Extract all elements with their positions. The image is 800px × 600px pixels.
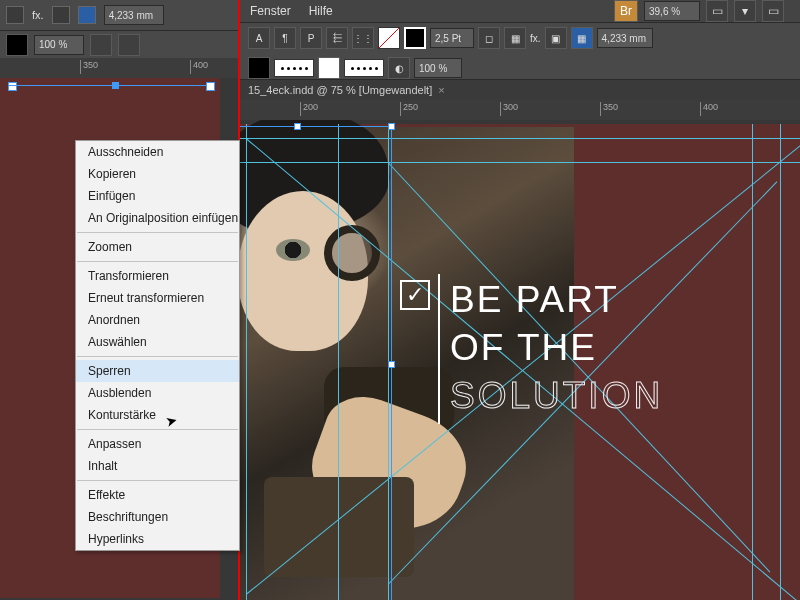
headline-line: BE PART	[450, 276, 663, 324]
context-menu-item[interactable]: Hyperlinks	[76, 528, 239, 550]
ruler-tick: 400	[700, 102, 718, 116]
screen-mode-icon[interactable]: ▭	[762, 0, 784, 22]
context-menu-item[interactable]: Erneut transformieren	[76, 287, 239, 309]
context-menu-item[interactable]: Transformieren	[76, 265, 239, 287]
page[interactable]: ✓ BE PART OF THE SOLUTION	[240, 124, 800, 600]
zoom-field[interactable]: 100 %	[34, 35, 84, 55]
horizontal-ruler[interactable]: 350 400	[0, 58, 238, 78]
context-menu-item[interactable]: Effekte	[76, 484, 239, 506]
menu-separator	[77, 429, 238, 430]
menu-separator	[77, 261, 238, 262]
ruler-tick: 350	[80, 60, 98, 74]
align-icon[interactable]	[52, 6, 70, 24]
fill-swatch[interactable]	[6, 6, 24, 24]
selection-top-edge[interactable]	[8, 84, 215, 91]
ruler-tick: 350	[600, 102, 618, 116]
vertical-bar	[438, 274, 440, 424]
menu-bar: Fenster Hilfe Br 39,6 % ▭ ▾ ▭	[240, 0, 800, 22]
close-tab-icon[interactable]: ×	[438, 84, 444, 96]
measure-field[interactable]: 4,233 mm	[104, 5, 164, 25]
toolbar-row-2: 100 %	[0, 30, 238, 58]
headline-line: OF THE	[450, 324, 663, 372]
para-panel-icon[interactable]: ¶	[274, 27, 296, 49]
ruler-tick: 300	[500, 102, 518, 116]
dotted-style-2[interactable]	[344, 59, 384, 77]
selection-frame[interactable]	[240, 126, 392, 600]
headline-line-outline: SOLUTION	[450, 372, 663, 420]
context-menu-item[interactable]: An Originalposition einfügen	[76, 207, 239, 229]
fill-white[interactable]	[318, 57, 340, 79]
context-menu-item[interactable]: Ausblenden	[76, 382, 239, 404]
tool-icon[interactable]: P	[300, 27, 322, 49]
no-fill-icon[interactable]	[378, 27, 400, 49]
measure-field-2[interactable]: 4,233 mm	[597, 28, 653, 48]
fill-black[interactable]	[248, 57, 270, 79]
context-menu-item[interactable]: Sperren	[76, 360, 239, 382]
fx-label[interactable]: fx.	[32, 9, 44, 21]
fx-label[interactable]: fx.	[530, 33, 541, 44]
ruler-tick: 200	[300, 102, 318, 116]
unknown-tool-2[interactable]	[118, 34, 140, 56]
view-mode-icon[interactable]: ▭	[706, 0, 728, 22]
effects-icon[interactable]: ▦	[504, 27, 526, 49]
canvas[interactable]: ✓ BE PART OF THE SOLUTION	[240, 120, 800, 600]
document-tab[interactable]: 15_4eck.indd @ 75 % [Umgewandelt] ×	[240, 80, 800, 100]
dotted-style[interactable]	[274, 59, 314, 77]
horizontal-ruler[interactable]: 150200250300350400	[240, 100, 800, 120]
opacity-field[interactable]: 100 %	[414, 58, 462, 78]
frame-icon[interactable]	[78, 6, 96, 24]
context-menu: AusschneidenKopierenEinfügenAn Originalp…	[75, 140, 240, 551]
distribute-icon[interactable]: ⋮⋮	[352, 27, 374, 49]
layout-dropdown-icon[interactable]: ▾	[734, 0, 756, 22]
unknown-tool-1[interactable]	[90, 34, 112, 56]
stroke-swatch[interactable]	[404, 27, 426, 49]
swatch-black[interactable]	[6, 34, 28, 56]
menu-fenster[interactable]: Fenster	[250, 4, 291, 18]
menu-separator	[77, 356, 238, 357]
context-menu-item[interactable]: Ausschneiden	[76, 141, 239, 163]
ruler-tick: 400	[190, 60, 208, 74]
context-menu-item[interactable]: Anpassen	[76, 433, 239, 455]
headline[interactable]: BE PART OF THE SOLUTION	[450, 276, 663, 420]
context-menu-item[interactable]: Inhalt	[76, 455, 239, 477]
stroke-weight-field[interactable]: 2,5 Pt	[430, 28, 474, 48]
menu-hilfe[interactable]: Hilfe	[309, 4, 333, 18]
control-toolbar: A ¶ P ⬱ ⋮⋮ 2,5 Pt ◻ ▦ fx. ▣ ▦ 4,233 mm ◐…	[240, 22, 800, 80]
context-menu-item[interactable]: Kopieren	[76, 163, 239, 185]
opacity-icon[interactable]: ◐	[388, 57, 410, 79]
check-icon: ✓	[400, 280, 430, 310]
context-menu-item[interactable]: Einfügen	[76, 185, 239, 207]
ruler-tick: 250	[400, 102, 418, 116]
zoom-dropdown[interactable]: 39,6 %	[644, 1, 700, 21]
context-menu-item[interactable]: Zoomen	[76, 236, 239, 258]
guide-vertical[interactable]	[780, 124, 781, 600]
char-panel-icon[interactable]: A	[248, 27, 270, 49]
right-document-view: Fenster Hilfe Br 39,6 % ▭ ▾ ▭ A ¶ P ⬱ ⋮⋮…	[240, 0, 800, 600]
context-menu-item[interactable]: Auswählen	[76, 331, 239, 353]
context-menu-item[interactable]: Anordnen	[76, 309, 239, 331]
toolbar-row-1: fx. 4,233 mm	[0, 0, 238, 30]
menu-separator	[77, 480, 238, 481]
document-tab-name: 15_4eck.indd @ 75 % [Umgewandelt]	[248, 84, 432, 96]
frame-icon[interactable]: ▦	[571, 27, 593, 49]
menu-separator	[77, 232, 238, 233]
corner-options-icon[interactable]: ◻	[478, 27, 500, 49]
guide-vertical[interactable]	[752, 124, 753, 600]
context-menu-item[interactable]: Konturstärke	[76, 404, 239, 426]
text-wrap-icon[interactable]: ▣	[545, 27, 567, 49]
context-menu-item[interactable]: Beschriftungen	[76, 506, 239, 528]
align-left-icon[interactable]: ⬱	[326, 27, 348, 49]
bridge-icon[interactable]: Br	[614, 0, 638, 22]
